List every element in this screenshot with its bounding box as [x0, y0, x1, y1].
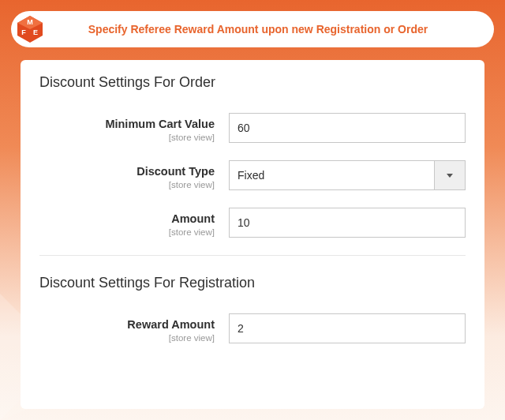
field-row-discount-type: Discount Type [store view] Fixed — [39, 160, 466, 190]
header-bar: M F E Specify Referee Reward Amount upon… — [11, 11, 494, 47]
field-label-group: Reward Amount [store view] — [39, 313, 229, 343]
section-title-order: Discount Settings For Order — [39, 74, 466, 91]
logo-letter-f: F — [21, 28, 26, 36]
field-label: Reward Amount — [39, 318, 215, 332]
field-scope: [store view] — [39, 333, 215, 343]
field-label: Amount — [39, 212, 215, 226]
field-scope: [store view] — [39, 227, 215, 237]
field-row-reward-amount: Reward Amount [store view] — [39, 313, 466, 343]
logo-letter-e: E — [33, 28, 38, 36]
discount-type-dropdown-button[interactable] — [434, 160, 466, 190]
section-divider — [39, 255, 466, 256]
brand-logo: M F E — [14, 13, 46, 45]
field-label-group: Amount [store view] — [39, 208, 229, 237]
reward-amount-input[interactable] — [229, 313, 466, 343]
amount-input[interactable] — [229, 208, 466, 238]
field-label-group: Minimum Cart Value [store view] — [39, 113, 229, 142]
discount-type-select[interactable]: Fixed — [229, 160, 466, 190]
field-scope: [store view] — [39, 133, 215, 142]
field-row-min-cart: Minimum Cart Value [store view] — [39, 113, 466, 143]
field-label: Discount Type — [39, 165, 215, 178]
chevron-down-icon — [447, 174, 453, 178]
field-row-amount: Amount [store view] — [39, 208, 466, 238]
min-cart-value-input[interactable] — [229, 113, 466, 143]
settings-panel: Discount Settings For Order Minimum Cart… — [21, 60, 484, 409]
field-scope: [store view] — [39, 180, 215, 189]
section-title-registration: Discount Settings For Registration — [39, 275, 466, 291]
discount-type-selected-value: Fixed — [229, 160, 434, 190]
logo-letter-m: M — [27, 18, 33, 26]
field-label: Minimum Cart Value — [39, 118, 215, 131]
field-label-group: Discount Type [store view] — [39, 160, 229, 189]
page-title: Specify Referee Reward Amount upon new R… — [46, 23, 494, 36]
